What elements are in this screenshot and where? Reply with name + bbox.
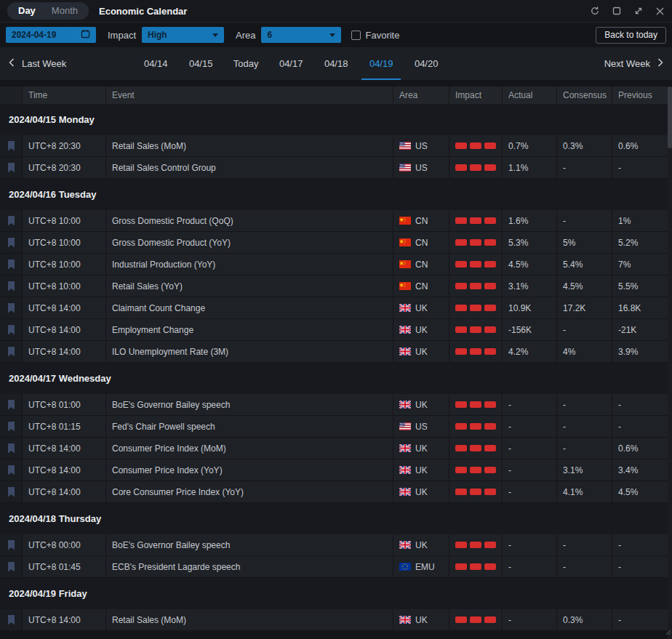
uk-flag-icon bbox=[399, 347, 411, 355]
tab-day[interactable]: Day bbox=[10, 2, 44, 20]
table-row[interactable]: UTC+8 01:15Fed's Chair Powell speechUS--… bbox=[0, 416, 668, 437]
bookmark-icon[interactable] bbox=[0, 210, 22, 231]
actual-cell: 1.6% bbox=[503, 210, 556, 231]
previous-cell: 1% bbox=[612, 210, 668, 231]
week-day-tab[interactable]: 04/15 bbox=[178, 47, 223, 80]
table-row[interactable]: UTC+8 14:00Claimant Count ChangeUK10.9K1… bbox=[0, 297, 668, 318]
table-row[interactable]: UTC+8 20:30Retail Sales (MoM)US0.7%0.3%0… bbox=[0, 135, 668, 156]
table-row[interactable]: UTC+8 14:00Consumer Price Index (YoY)UK-… bbox=[0, 459, 668, 481]
table-row[interactable]: UTC+8 01:00BoE's Governor Bailey speechU… bbox=[0, 394, 668, 415]
table-row[interactable]: UTC+8 14:00Retail Sales (MoM)UK-0.3%- bbox=[0, 609, 668, 630]
area-select[interactable]: 6 bbox=[261, 27, 341, 43]
table-row[interactable]: UTC+8 14:00ILO Unemployment Rate (3M)UK4… bbox=[0, 341, 668, 362]
resize-handle-icon[interactable] bbox=[665, 625, 671, 638]
impact-indicator bbox=[455, 489, 496, 495]
impact-indicator bbox=[455, 423, 496, 430]
cn-flag-icon bbox=[399, 238, 411, 246]
bookmark-icon[interactable] bbox=[0, 416, 22, 437]
bookmark-icon[interactable] bbox=[0, 319, 22, 340]
bookmark-icon[interactable] bbox=[0, 135, 22, 156]
refresh-icon[interactable] bbox=[590, 6, 600, 16]
table-row[interactable]: UTC+8 20:30Retail Sales Control GroupUS1… bbox=[0, 157, 668, 178]
actual-cell: -156K bbox=[503, 319, 556, 340]
event-cell: ECB's President Lagarde speech bbox=[106, 556, 393, 577]
header-actual: Actual bbox=[503, 87, 556, 104]
impact-cell bbox=[449, 135, 502, 156]
area-value: 6 bbox=[267, 30, 272, 40]
impact-cell bbox=[449, 297, 502, 318]
week-day-tab[interactable]: 04/18 bbox=[313, 47, 359, 80]
bookmark-icon[interactable] bbox=[0, 276, 22, 297]
actual-cell: 1.1% bbox=[503, 157, 556, 178]
bookmark-icon[interactable] bbox=[0, 534, 22, 555]
tab-month[interactable]: Month bbox=[44, 2, 86, 20]
table-row[interactable]: UTC+8 14:00Core Consumer Price Index (Yo… bbox=[0, 481, 668, 502]
impact-indicator bbox=[455, 142, 496, 149]
week-day-tab[interactable]: Today bbox=[223, 47, 268, 80]
previous-cell: 16.8K bbox=[612, 297, 668, 318]
consensus-cell: 5% bbox=[557, 232, 612, 253]
time-cell: UTC+8 10:00 bbox=[23, 232, 105, 253]
favorite-checkbox[interactable] bbox=[351, 31, 361, 40]
table-row[interactable]: UTC+8 14:00Consumer Price Index (MoM)UK-… bbox=[0, 438, 668, 459]
bookmark-icon[interactable] bbox=[0, 438, 22, 459]
close-icon[interactable] bbox=[655, 7, 665, 16]
actual-cell: 0.7% bbox=[503, 135, 556, 156]
week-day-tab[interactable]: 04/20 bbox=[404, 47, 449, 80]
bookmark-icon[interactable] bbox=[0, 297, 22, 318]
actual-cell: - bbox=[503, 609, 556, 630]
time-cell: UTC+8 14:00 bbox=[23, 609, 105, 630]
last-week-button[interactable]: Last Week bbox=[9, 58, 66, 69]
table-row[interactable]: UTC+8 10:00Retail Sales (YoY)CN3.1%4.5%5… bbox=[0, 276, 668, 297]
filter-bar: 2024-04-19 Impact High Area 6 Favorite B… bbox=[0, 23, 672, 47]
week-day-tab[interactable]: 04/14 bbox=[133, 47, 178, 80]
vertical-scrollbar[interactable] bbox=[668, 87, 672, 639]
actual-cell: - bbox=[503, 394, 556, 415]
table-row[interactable]: UTC+8 00:00BoE's Governor Bailey speechU… bbox=[0, 534, 668, 555]
event-cell: BoE's Governor Bailey speech bbox=[106, 394, 393, 415]
impact-indicator bbox=[455, 445, 496, 451]
bookmark-icon[interactable] bbox=[0, 254, 22, 275]
bookmark-icon[interactable] bbox=[0, 481, 22, 502]
week-day-tab[interactable]: 04/17 bbox=[268, 47, 313, 80]
table-row[interactable]: UTC+8 10:00Industrial Production (YoY)CN… bbox=[0, 254, 668, 275]
week-navigator: Last Week 04/1404/15Today04/1704/1804/19… bbox=[0, 47, 672, 80]
week-day-tab[interactable]: 04/19 bbox=[359, 47, 404, 80]
impact-select[interactable]: High bbox=[142, 27, 224, 43]
bookmark-icon[interactable] bbox=[0, 459, 22, 481]
bookmark-icon[interactable] bbox=[0, 341, 22, 362]
bookmark-icon[interactable] bbox=[0, 157, 22, 178]
impact-cell bbox=[449, 319, 502, 340]
table-row[interactable]: UTC+8 10:00Gross Domestic Product (YoY)C… bbox=[0, 232, 668, 253]
table-row[interactable]: UTC+8 01:45ECB's President Lagarde speec… bbox=[0, 556, 668, 577]
area-cell: CN bbox=[393, 210, 449, 231]
consensus-cell: 5.4% bbox=[557, 254, 612, 275]
uk-flag-icon bbox=[399, 444, 411, 452]
bookmark-icon[interactable] bbox=[0, 232, 22, 253]
table-row[interactable]: UTC+8 10:00Gross Domestic Product (QoQ)C… bbox=[0, 210, 668, 231]
impact-indicator bbox=[455, 401, 496, 408]
table-row[interactable]: UTC+8 14:00Employment ChangeUK-156K--21K bbox=[0, 319, 668, 340]
bookmark-icon[interactable] bbox=[0, 609, 22, 630]
back-to-today-button[interactable]: Back to today bbox=[596, 27, 666, 44]
date-picker[interactable]: 2024-04-19 bbox=[6, 27, 96, 43]
popout-icon[interactable] bbox=[612, 6, 622, 16]
eu-flag-icon bbox=[399, 563, 411, 571]
bookmark-icon[interactable] bbox=[0, 394, 22, 415]
date-group-header: 2024/04/19 Friday bbox=[0, 578, 668, 609]
scrollbar-thumb[interactable] bbox=[668, 87, 672, 148]
impact-cell bbox=[449, 609, 502, 630]
chevron-left-icon bbox=[9, 58, 15, 69]
impact-indicator bbox=[455, 326, 496, 333]
impact-cell bbox=[449, 556, 502, 577]
impact-indicator bbox=[455, 239, 496, 246]
impact-indicator bbox=[455, 616, 496, 623]
time-cell: UTC+8 14:00 bbox=[23, 438, 105, 459]
impact-indicator bbox=[455, 563, 496, 570]
next-week-button[interactable]: Next Week bbox=[604, 58, 663, 69]
time-cell: UTC+8 14:00 bbox=[23, 341, 105, 362]
expand-icon[interactable] bbox=[633, 6, 644, 16]
area-cell: UK bbox=[393, 394, 449, 415]
bookmark-icon[interactable] bbox=[0, 556, 22, 577]
impact-indicator bbox=[455, 542, 496, 548]
